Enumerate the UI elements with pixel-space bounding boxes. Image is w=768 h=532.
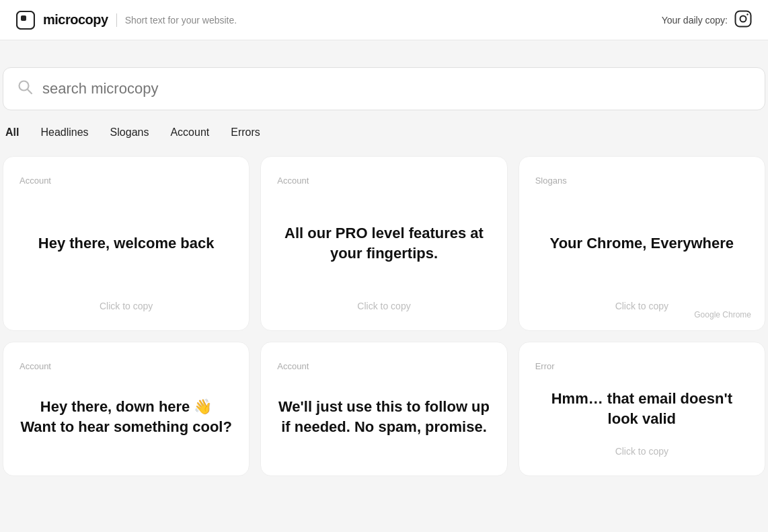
header-left: microcopy Short text for your website.	[16, 11, 237, 30]
card-2-text: All our PRO level features at your finge…	[277, 191, 490, 295]
daily-copy-label: Your daily copy:	[662, 15, 728, 26]
instagram-icon	[734, 10, 752, 28]
card-6-copy: Click to copy	[535, 446, 748, 457]
cards-grid: Account Hey there, welcome back Click to…	[3, 156, 765, 476]
card-5-text: We'll just use this to follow up if need…	[277, 377, 490, 457]
svg-point-3	[740, 16, 746, 22]
header-tagline: Short text for your website.	[125, 15, 237, 26]
app-header: microcopy Short text for your website. Y…	[0, 0, 768, 40]
card-1[interactable]: Account Hey there, welcome back Click to…	[3, 156, 249, 331]
card-3-category: Slogans	[535, 176, 748, 186]
logo-icon	[16, 11, 35, 30]
card-6[interactable]: Error Hmm… that email doesn't look valid…	[519, 342, 765, 476]
card-4[interactable]: Account Hey there, down here 👋 Want to h…	[3, 342, 249, 476]
card-6-category: Error	[535, 361, 748, 371]
card-3[interactable]: Slogans Your Chrome, Everywhere Click to…	[519, 156, 765, 331]
filter-tab-slogans[interactable]: Slogans	[100, 122, 160, 143]
svg-line-6	[28, 89, 32, 93]
card-4-category: Account	[20, 361, 233, 371]
card-3-text: Your Chrome, Everywhere	[535, 191, 748, 295]
logo-text: microcopy	[43, 12, 108, 28]
card-1-category: Account	[20, 176, 233, 186]
cards-section: Account Hey there, welcome back Click to…	[0, 143, 768, 490]
search-bar-wrapper	[3, 67, 765, 110]
header-right: Your daily copy:	[662, 10, 752, 30]
svg-point-4	[746, 13, 748, 15]
search-icon	[17, 79, 33, 99]
card-5-category: Account	[277, 361, 490, 371]
card-4-text: Hey there, down here 👋 Want to hear some…	[20, 377, 233, 457]
filter-tab-account[interactable]: Account	[159, 122, 220, 143]
filter-tab-all[interactable]: All	[3, 122, 30, 143]
card-2-category: Account	[277, 176, 490, 186]
header-divider	[116, 13, 117, 27]
card-1-text: Hey there, welcome back	[20, 191, 233, 295]
card-3-attribution: Google Chrome	[694, 310, 751, 319]
instagram-link[interactable]	[734, 10, 752, 30]
filter-tab-headlines[interactable]: Headlines	[30, 122, 99, 143]
search-input[interactable]	[42, 80, 751, 98]
card-2[interactable]: Account All our PRO level features at yo…	[260, 156, 507, 331]
svg-rect-1	[21, 15, 26, 21]
filter-tabs: All Headlines Slogans Account Errors	[0, 110, 768, 143]
card-2-copy: Click to copy	[277, 301, 490, 311]
card-6-text: Hmm… that email doesn't look valid	[535, 377, 748, 441]
card-5[interactable]: Account We'll just use this to follow up…	[260, 342, 507, 476]
card-1-copy: Click to copy	[20, 301, 233, 311]
search-section: All Headlines Slogans Account Errors	[0, 40, 768, 143]
filter-tab-errors[interactable]: Errors	[220, 122, 271, 143]
svg-rect-2	[736, 11, 751, 27]
